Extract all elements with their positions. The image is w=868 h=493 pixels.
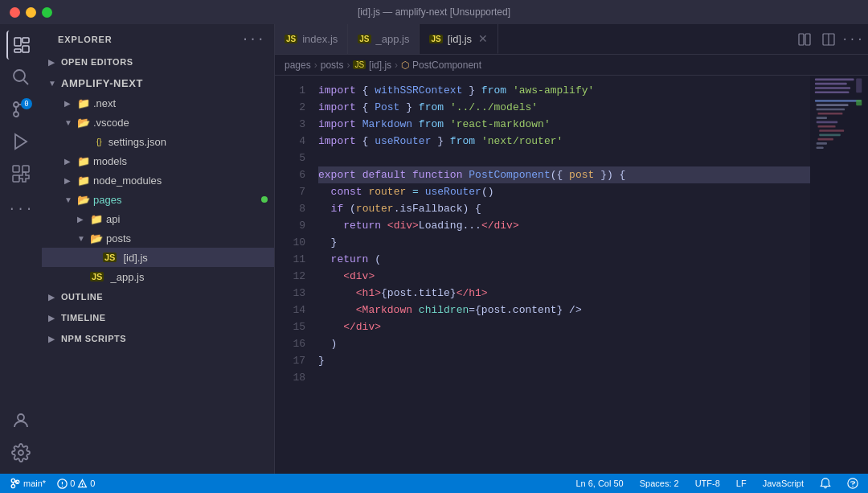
breadcrumb-post-component[interactable]: PostComponent	[412, 60, 481, 71]
sidebar-item-id-js[interactable]: JS [id].js	[42, 248, 274, 267]
sidebar-item-node-modules[interactable]: ▶ 📁 node_modules	[42, 170, 274, 190]
notifications-icon[interactable]	[817, 474, 834, 493]
svg-rect-16	[805, 34, 810, 45]
open-editors-arrow: ▶	[48, 58, 61, 67]
settings-activity-icon[interactable]	[6, 438, 35, 467]
svg-rect-29	[817, 125, 835, 128]
amplify-next-label: AMPLIFY-NEXT	[61, 77, 143, 89]
warnings-count: 0	[90, 479, 95, 488]
source-control-activity-icon[interactable]: 0	[6, 95, 35, 124]
pages-label: pages	[93, 194, 121, 206]
language-status[interactable]: JavaScript	[760, 474, 807, 493]
folder-icon: 📁	[90, 213, 103, 225]
open-editors-section[interactable]: ▶ OPEN EDITORS	[42, 51, 274, 72]
account-activity-icon[interactable]	[6, 406, 35, 435]
next-arrow: ▶	[64, 99, 77, 108]
svg-point-13	[18, 414, 24, 421]
close-button[interactable]	[10, 7, 20, 18]
code-line-5	[318, 150, 810, 166]
tab-index-label: index.js	[302, 33, 338, 45]
indentation-status[interactable]: Spaces: 2	[637, 474, 682, 493]
breadcrumb-pages[interactable]: pages	[285, 60, 311, 71]
code-line-8: if (router.isFallback) {	[318, 200, 810, 217]
encoding-status[interactable]: UTF-8	[692, 474, 723, 493]
ellipsis-icon[interactable]: ···	[6, 195, 35, 224]
sidebar-menu-icon[interactable]: ···	[241, 32, 264, 47]
code-line-18	[318, 369, 810, 386]
git-branch-status[interactable]: main*	[6, 474, 49, 493]
tab-app-js[interactable]: JS _app.js	[348, 24, 420, 54]
svg-rect-32	[817, 138, 833, 141]
outline-section[interactable]: ▶ OUTLINE	[42, 286, 274, 307]
maximize-button[interactable]	[42, 7, 52, 18]
posts-arrow: ▼	[77, 234, 90, 243]
more-actions-icon[interactable]: ···	[844, 31, 862, 48]
sidebar-header: EXPLORER ···	[42, 24, 274, 51]
tab-index-js[interactable]: JS index.js	[275, 24, 348, 54]
svg-point-14	[18, 450, 23, 455]
breadcrumb-id-js[interactable]: [id].js	[369, 60, 391, 71]
api-label: api	[106, 213, 120, 225]
feedback-icon[interactable]	[844, 474, 862, 493]
npm-scripts-label: NPM SCRIPTS	[61, 334, 126, 343]
sidebar-item-vscode[interactable]: ▼ 📂 .vscode	[42, 113, 274, 132]
folder-icon: 📂	[77, 117, 90, 129]
sidebar-item-posts[interactable]: ▼ 📂 posts	[42, 228, 274, 248]
svg-rect-11	[23, 166, 29, 172]
tab-id-js[interactable]: JS [id].js ✕	[420, 24, 498, 54]
search-activity-icon[interactable]	[6, 63, 35, 92]
tabs-bar: JS index.js JS _app.js JS [id].js ✕	[275, 24, 868, 55]
debug-activity-icon[interactable]	[6, 127, 35, 156]
svg-rect-20	[815, 83, 847, 85]
code-line-14: <Markdown children={post.content} />	[318, 302, 810, 318]
titlebar: [id].js — amplify-next [Unsupported]	[0, 0, 868, 24]
eol-status[interactable]: LF	[733, 474, 750, 493]
sidebar-item-next[interactable]: ▶ 📁 .next	[42, 93, 274, 113]
sidebar: EXPLORER ··· ▶ OPEN EDITORS ▼ AMPLIFY-NE…	[42, 24, 275, 474]
svg-point-4	[14, 70, 25, 81]
posts-label: posts	[106, 232, 131, 244]
cursor-position: Ln 6, Col 50	[575, 479, 623, 488]
sidebar-item-models[interactable]: ▶ 📁 models	[42, 151, 274, 170]
explorer-activity-icon[interactable]	[6, 31, 35, 60]
modified-dot	[261, 196, 268, 203]
code-line-1: import { withSSRContext } from 'aws-ampl…	[318, 82, 810, 99]
sidebar-item-settings[interactable]: {} settings.json	[42, 132, 274, 151]
extensions-activity-icon[interactable]	[6, 159, 35, 188]
tab-close-icon[interactable]: ✕	[478, 32, 488, 45]
svg-rect-27	[817, 117, 827, 119]
vscode-arrow: ▼	[64, 118, 77, 127]
code-editor[interactable]: 1 2 3 4 5 6 7 8 9 10 11 12 13 14 15 16 1…	[275, 76, 868, 474]
outline-label: OUTLINE	[61, 292, 103, 302]
language-label: JavaScript	[763, 479, 804, 488]
js-icon: JS	[429, 35, 442, 43]
split-editor-icon[interactable]	[796, 31, 813, 48]
svg-rect-36	[856, 79, 862, 93]
layout-icon[interactable]	[820, 31, 837, 48]
errors-status[interactable]: 0 0	[54, 474, 98, 493]
eol-label: LF	[736, 479, 747, 488]
timeline-section[interactable]: ▶ TIMELINE	[42, 307, 274, 328]
svg-rect-3	[14, 49, 21, 52]
svg-rect-15	[799, 34, 804, 45]
amplify-next-section[interactable]: ▼ AMPLIFY-NEXT	[42, 72, 274, 93]
svg-point-46	[852, 486, 853, 487]
cursor-position-status[interactable]: Ln 6, Col 50	[572, 474, 626, 493]
svg-rect-22	[815, 91, 849, 93]
svg-point-8	[14, 102, 18, 107]
sidebar-item-api[interactable]: ▶ 📁 api	[42, 209, 274, 228]
tabs-actions: ···	[789, 24, 868, 54]
minimize-button[interactable]	[26, 7, 36, 18]
folder-icon: 📁	[77, 175, 90, 187]
svg-rect-24	[817, 104, 849, 106]
code-content[interactable]: import { withSSRContext } from 'aws-ampl…	[315, 76, 810, 474]
js-file-icon: JS	[90, 272, 104, 281]
outline-arrow: ▶	[48, 293, 61, 302]
sidebar-item-app-js[interactable]: JS _app.js	[42, 267, 274, 286]
npm-scripts-section[interactable]: ▶ NPM SCRIPTS	[42, 328, 274, 349]
sidebar-item-pages[interactable]: ▼ 📂 pages	[42, 190, 274, 209]
explorer-title: EXPLORER	[58, 35, 113, 44]
code-line-11: return (	[318, 251, 810, 268]
folder-icon: 📁	[77, 155, 90, 167]
breadcrumb-posts[interactable]: posts	[321, 60, 344, 71]
